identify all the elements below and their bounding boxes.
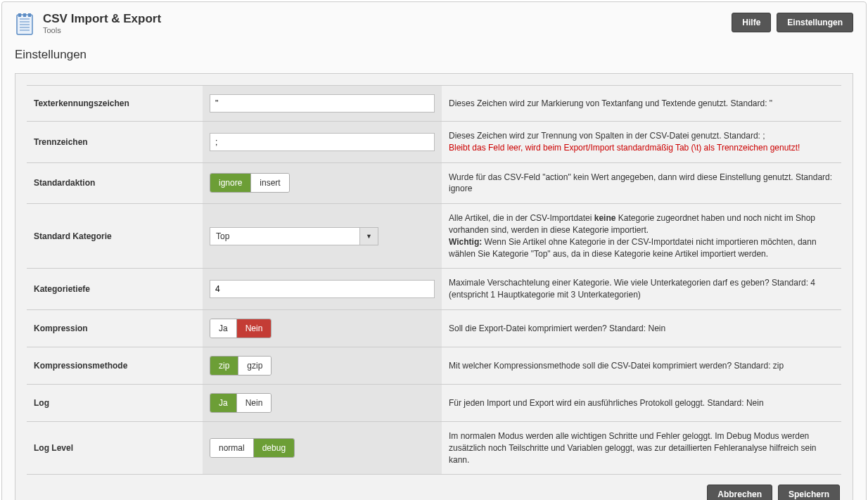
desc-category-depth: Maximale Verschachtelung einer Kategorie… xyxy=(442,269,841,310)
section-heading: Einstellungen xyxy=(15,48,853,62)
label-log-level: Log Level xyxy=(27,421,203,474)
select-default-category-value: Top xyxy=(210,228,359,245)
select-default-category[interactable]: Top ▼ xyxy=(210,227,378,245)
toggle-log-yes[interactable]: Ja xyxy=(210,394,236,412)
desc-compression: Soll die Export-Datei komprimiert werden… xyxy=(442,309,841,347)
toggle-compression-method-gzip[interactable]: gzip xyxy=(238,357,271,375)
toggle-default-action: ignore insert xyxy=(210,173,290,193)
desc-separator-text: Dieses Zeichen wird zur Trennung von Spa… xyxy=(449,131,765,141)
toggle-compression-method: zip gzip xyxy=(210,356,272,376)
toggle-log-level-normal[interactable]: normal xyxy=(210,439,253,457)
desc-default-action: Wurde für das CSV-Feld "action" kein Wer… xyxy=(442,162,841,204)
toggle-compression: Ja Nein xyxy=(210,319,272,338)
desc-separator-warn: Bleibt das Feld leer, wird beim Export/I… xyxy=(449,143,800,153)
label-separator: Trennzeichen xyxy=(27,122,203,163)
toggle-log: Ja Nein xyxy=(210,393,272,413)
toggle-compression-yes[interactable]: Ja xyxy=(210,319,236,338)
input-separator[interactable] xyxy=(210,133,435,151)
desc-default-category: Alle Artikel, die in der CSV-Importdatei… xyxy=(442,204,841,269)
svg-rect-7 xyxy=(23,13,26,17)
toggle-log-no[interactable]: Nein xyxy=(236,394,272,412)
toggle-default-action-insert[interactable]: insert xyxy=(250,174,288,192)
label-compression: Kompression xyxy=(27,309,203,347)
desc-compression-method: Mit welcher Kompressionsmethode soll die… xyxy=(442,347,841,384)
toggle-default-action-ignore[interactable]: ignore xyxy=(210,174,250,192)
toggle-log-level: normal debug xyxy=(210,438,295,458)
page-subtitle: Tools xyxy=(43,26,161,34)
input-category-depth[interactable] xyxy=(210,280,435,298)
desc-text-marker: Dieses Zeichen wird zur Markierung von T… xyxy=(442,86,841,122)
chevron-down-icon: ▼ xyxy=(359,228,378,245)
cancel-button[interactable]: Abbrechen xyxy=(707,485,772,500)
label-default-category: Standard Kategorie xyxy=(27,204,203,269)
page-title: CSV Import & Export xyxy=(43,13,161,26)
svg-rect-6 xyxy=(18,13,21,17)
csv-app-icon xyxy=(15,13,37,35)
input-text-marker[interactable] xyxy=(210,94,435,113)
label-default-action: Standardaktion xyxy=(27,162,203,204)
label-category-depth: Kategorietiefe xyxy=(27,269,203,310)
save-button[interactable]: Speichern xyxy=(778,485,840,500)
settings-panel: Texterkennungszeichen Dieses Zeichen wir… xyxy=(15,73,853,500)
desc-log-level: Im normalen Modus werden alle wichtigen … xyxy=(442,421,841,474)
label-log: Log xyxy=(27,384,203,421)
toggle-compression-method-zip[interactable]: zip xyxy=(210,357,238,375)
settings-button[interactable]: Einstellungen xyxy=(777,13,853,32)
label-compression-method: Kompressionsmethode xyxy=(27,347,203,384)
svg-rect-8 xyxy=(28,13,31,17)
label-text-marker: Texterkennungszeichen xyxy=(27,86,203,122)
desc-separator: Dieses Zeichen wird zur Trennung von Spa… xyxy=(442,122,841,163)
toggle-log-level-debug[interactable]: debug xyxy=(253,439,294,457)
help-button[interactable]: Hilfe xyxy=(732,13,771,32)
desc-log: Für jeden Import und Export wird ein aus… xyxy=(442,384,841,421)
toggle-compression-no[interactable]: Nein xyxy=(236,319,272,338)
